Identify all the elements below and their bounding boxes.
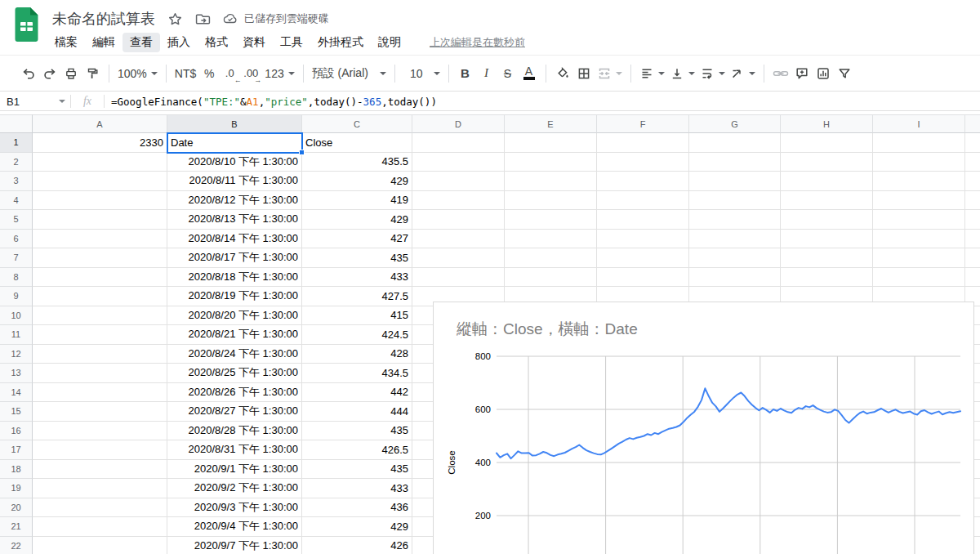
- cell-B2[interactable]: 2020/8/10 下午 1:30:00: [167, 153, 302, 172]
- row-header-9[interactable]: 9: [0, 287, 33, 306]
- column-header-D[interactable]: D: [412, 114, 505, 133]
- cell-B16[interactable]: 2020/8/28 下午 1:30:00: [167, 422, 302, 441]
- column-header-F[interactable]: F: [597, 114, 689, 133]
- fill-color-button[interactable]: [552, 62, 573, 85]
- cell-D3[interactable]: [412, 172, 505, 191]
- cell-A16[interactable]: [33, 422, 167, 441]
- cell-I5[interactable]: [873, 210, 965, 230]
- decrease-decimal-button[interactable]: .0←: [220, 62, 241, 85]
- cell-H3[interactable]: [781, 172, 873, 191]
- format-currency-button[interactable]: NT$: [172, 62, 198, 85]
- cell-H2[interactable]: [781, 153, 873, 172]
- cell-G5[interactable]: [689, 210, 781, 230]
- cell-B13[interactable]: 2020/8/25 下午 1:30:00: [167, 364, 302, 383]
- cell-B9[interactable]: 2020/8/19 下午 1:30:00: [167, 287, 302, 306]
- cell-F3[interactable]: [597, 172, 689, 191]
- cell-D8[interactable]: [412, 268, 505, 288]
- cell-A2[interactable]: [33, 153, 167, 172]
- move-to-folder-icon[interactable]: [194, 11, 211, 27]
- insert-link-button[interactable]: [770, 62, 791, 85]
- row-header-19[interactable]: 19: [0, 479, 33, 498]
- cell-C14[interactable]: 442: [302, 383, 412, 403]
- column-header-A[interactable]: A: [33, 114, 167, 133]
- row-header-10[interactable]: 10: [0, 306, 33, 326]
- print-button[interactable]: [60, 62, 82, 85]
- cell-A20[interactable]: [33, 498, 167, 518]
- document-title[interactable]: 未命名的試算表: [52, 9, 155, 29]
- cell-H5[interactable]: [781, 210, 873, 230]
- text-color-button[interactable]: A: [519, 62, 540, 85]
- text-rotate-button[interactable]: [728, 62, 758, 85]
- cell-B1[interactable]: Date: [167, 133, 302, 153]
- cell-C19[interactable]: 433: [302, 479, 412, 498]
- cell-B20[interactable]: 2020/9/3 下午 1:30:00: [167, 498, 302, 518]
- cell-B19[interactable]: 2020/9/2 下午 1:30:00: [167, 479, 302, 498]
- font-size-select[interactable]: 10: [401, 62, 443, 85]
- italic-button[interactable]: I: [476, 62, 497, 85]
- cell-I4[interactable]: [873, 191, 965, 211]
- undo-button[interactable]: [18, 62, 39, 85]
- merge-cells-button[interactable]: [595, 62, 625, 85]
- more-formats-button[interactable]: 123: [262, 62, 296, 85]
- cell-A1[interactable]: 2330: [33, 133, 167, 153]
- cell-B11[interactable]: 2020/8/21 下午 1:30:00: [167, 325, 302, 345]
- menu-插入[interactable]: 插入: [160, 33, 198, 52]
- row-header-13[interactable]: 13: [0, 364, 33, 383]
- cell-E3[interactable]: [505, 172, 597, 191]
- cell-A19[interactable]: [33, 479, 167, 498]
- cell-A21[interactable]: [33, 517, 167, 537]
- row-header-21[interactable]: 21: [0, 517, 33, 537]
- column-header-B[interactable]: B: [167, 114, 302, 133]
- star-icon[interactable]: [167, 11, 183, 27]
- cell-C13[interactable]: 434.5: [302, 364, 412, 383]
- filter-button[interactable]: [834, 62, 855, 85]
- row-header-14[interactable]: 14: [0, 383, 33, 403]
- cell-G4[interactable]: [689, 191, 781, 211]
- formula-input[interactable]: =GoogleFinance("TPE:"&A1,"price",today()…: [111, 96, 437, 108]
- cell-B5[interactable]: 2020/8/13 下午 1:30:00: [167, 210, 302, 230]
- font-select[interactable]: 預設 (Arial): [310, 62, 389, 85]
- cell-F7[interactable]: [597, 248, 689, 268]
- menu-資料[interactable]: 資料: [235, 33, 273, 52]
- cell-B3[interactable]: 2020/8/11 下午 1:30:00: [167, 172, 302, 191]
- cell-A11[interactable]: [33, 325, 167, 345]
- row-header-12[interactable]: 12: [0, 345, 33, 364]
- cell-A9[interactable]: [33, 287, 167, 306]
- row-header-2[interactable]: 2: [0, 153, 33, 172]
- cell-C4[interactable]: 419: [302, 191, 412, 211]
- cell-A14[interactable]: [33, 383, 167, 403]
- insert-chart-button[interactable]: [813, 62, 834, 85]
- row-header-6[interactable]: 6: [0, 230, 33, 249]
- last-edit-link[interactable]: 上次編輯是在數秒前: [430, 35, 525, 50]
- cell-D4[interactable]: [412, 191, 505, 211]
- cell-B18[interactable]: 2020/9/1 下午 1:30:00: [167, 460, 302, 480]
- cell-B6[interactable]: 2020/8/14 下午 1:30:00: [167, 230, 302, 249]
- cell-B12[interactable]: 2020/8/24 下午 1:30:00: [167, 345, 302, 364]
- cell-I7[interactable]: [873, 248, 965, 268]
- cell-C11[interactable]: 424.5: [302, 325, 412, 345]
- insert-comment-button[interactable]: [791, 62, 813, 85]
- save-status[interactable]: 已儲存到雲端硬碟: [222, 11, 329, 27]
- cell-B10[interactable]: 2020/8/20 下午 1:30:00: [167, 306, 302, 326]
- cell-D6[interactable]: [412, 230, 505, 249]
- cell-A4[interactable]: [33, 191, 167, 211]
- cell-D2[interactable]: [412, 153, 505, 172]
- cell-A10[interactable]: [33, 306, 167, 326]
- cell-A7[interactable]: [33, 248, 167, 268]
- cell-B8[interactable]: 2020/8/18 下午 1:30:00: [167, 268, 302, 288]
- cell-G6[interactable]: [689, 230, 781, 249]
- row-header-5[interactable]: 5: [0, 210, 33, 230]
- cell-I1[interactable]: [873, 133, 965, 153]
- cell-C15[interactable]: 444: [302, 402, 412, 422]
- cell-B17[interactable]: 2020/8/31 下午 1:30:00: [167, 440, 302, 460]
- cell-C7[interactable]: 435: [302, 248, 412, 268]
- cell-C3[interactable]: 429: [302, 172, 412, 191]
- cell-F4[interactable]: [597, 191, 689, 211]
- cell-C22[interactable]: 426: [302, 537, 412, 554]
- row-header-3[interactable]: 3: [0, 172, 33, 191]
- row-header-16[interactable]: 16: [0, 422, 33, 441]
- menu-說明[interactable]: 說明: [371, 33, 408, 52]
- cell-A15[interactable]: [33, 402, 167, 422]
- cell-H4[interactable]: [781, 191, 873, 211]
- column-header-G[interactable]: G: [689, 114, 781, 133]
